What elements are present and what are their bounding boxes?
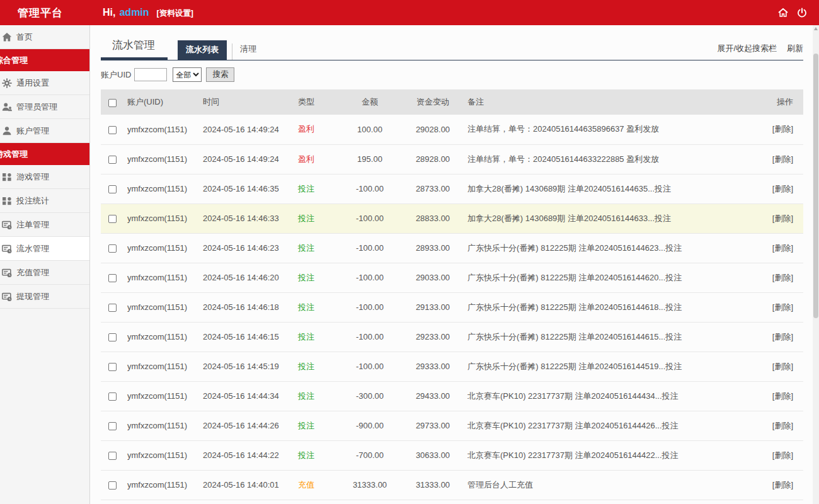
cell-time: 2024-05-16 14:44:22 bbox=[203, 440, 297, 470]
cell-time: 2024-05-16 14:45:19 bbox=[203, 352, 297, 381]
row-checkbox[interactable] bbox=[108, 452, 117, 460]
header-time: 时间 bbox=[203, 89, 297, 115]
toggle-search-link[interactable]: 展开/收起搜索栏 bbox=[717, 43, 777, 54]
cell-account: ymfxzcom(1151) bbox=[126, 411, 203, 440]
cell-balance: 29333.00 bbox=[401, 352, 464, 381]
cell-time: 2024-05-16 14:49:24 bbox=[203, 115, 297, 144]
users-grid-icon bbox=[2, 196, 13, 206]
delete-link[interactable]: [删除] bbox=[772, 362, 793, 371]
gear-icon bbox=[2, 78, 13, 88]
header-account: 账户(UID) bbox=[126, 89, 203, 115]
sidebar-item-general-settings[interactable]: 通用设置 bbox=[0, 71, 89, 95]
sidebar-item-order-management[interactable]: 注单管理 bbox=[0, 213, 89, 237]
user-greeting: Hi, admin [资料设置] bbox=[103, 7, 193, 19]
cell-amount: -300.00 bbox=[338, 381, 401, 411]
table-row: ymfxzcom(1151)2024-05-16 14:46:35投注-100.… bbox=[101, 174, 803, 203]
delete-link[interactable]: [删除] bbox=[772, 273, 793, 282]
scrollbar-up-arrow[interactable] bbox=[814, 27, 818, 30]
sidebar-item-bet-stats[interactable]: 投注统计 bbox=[0, 189, 89, 213]
cell-time: 2024-05-16 14:46:20 bbox=[203, 263, 297, 292]
cell-amount: -700.00 bbox=[338, 440, 401, 470]
row-checkbox[interactable] bbox=[108, 126, 117, 134]
sidebar-item-admin-management[interactable]: 管理员管理 bbox=[0, 95, 89, 119]
row-checkbox[interactable] bbox=[108, 156, 117, 164]
sidebar-section-general-section[interactable]: 综合管理 bbox=[0, 49, 89, 71]
table-row: ymfxzcom(1151)2024-05-16 14:46:33投注-100.… bbox=[101, 203, 803, 233]
sidebar-item-withdraw-management[interactable]: 提现管理 bbox=[0, 285, 89, 309]
delete-link[interactable]: [删除] bbox=[772, 124, 793, 134]
row-checkbox[interactable] bbox=[108, 274, 117, 282]
cell-type: 投注 bbox=[297, 263, 338, 292]
row-checkbox[interactable] bbox=[108, 215, 117, 223]
cell-type: 投注 bbox=[297, 174, 338, 203]
row-checkbox[interactable] bbox=[108, 481, 117, 490]
delete-link[interactable]: [删除] bbox=[772, 214, 793, 223]
cell-time: 2024-05-16 14:44:26 bbox=[203, 411, 297, 440]
sidebar-item-account-management[interactable]: 账户管理 bbox=[0, 119, 89, 143]
delete-link[interactable]: [删除] bbox=[772, 243, 793, 253]
sidebar-item-flow-management[interactable]: 流水管理 bbox=[0, 237, 89, 261]
top-header: 管理平台 Hi, admin [资料设置] bbox=[0, 0, 819, 25]
tab-flow-list[interactable]: 流水列表 bbox=[178, 40, 227, 60]
type-select[interactable]: 全部 bbox=[173, 67, 202, 82]
doc-clock-icon bbox=[2, 268, 13, 278]
sidebar-section-game-section[interactable]: 游戏管理 bbox=[0, 143, 89, 165]
row-checkbox[interactable] bbox=[108, 185, 117, 193]
doc-clock-icon bbox=[2, 244, 13, 254]
cell-account: ymfxzcom(1151) bbox=[126, 263, 203, 292]
scrollbar-thumb[interactable] bbox=[813, 54, 818, 318]
power-icon[interactable] bbox=[796, 7, 808, 18]
delete-link[interactable]: [删除] bbox=[772, 154, 793, 164]
row-checkbox[interactable] bbox=[108, 392, 117, 401]
cell-type: 充值 bbox=[297, 470, 338, 500]
cell-remark: 北京赛车(PK10) 22317737期 注单20240516144422...… bbox=[464, 440, 753, 470]
cell-balance: 30633.00 bbox=[401, 440, 464, 470]
table-row: ymfxzcom(1151)2024-05-16 14:40:01充值31333… bbox=[101, 470, 803, 500]
sidebar-item-label: 注单管理 bbox=[16, 219, 49, 231]
cell-account: ymfxzcom(1151) bbox=[126, 233, 203, 263]
cell-time: 2024-05-16 14:46:23 bbox=[203, 233, 297, 263]
row-checkbox[interactable] bbox=[108, 363, 117, 371]
home-icon[interactable] bbox=[777, 7, 789, 18]
delete-link[interactable]: [删除] bbox=[772, 302, 793, 312]
profile-settings-link[interactable]: [资料设置] bbox=[157, 8, 193, 19]
select-all-checkbox[interactable] bbox=[108, 99, 117, 107]
flow-table: 账户(UID) 时间 类型 金额 资金变动 备注 操作 ymfxzcom(115… bbox=[101, 89, 803, 500]
sidebar-item-home[interactable]: 首页 bbox=[0, 25, 89, 49]
row-checkbox[interactable] bbox=[108, 304, 117, 312]
table-row: ymfxzcom(1151)2024-05-16 14:49:24盈利195.0… bbox=[101, 144, 803, 174]
header-amount: 金额 bbox=[338, 89, 401, 115]
cell-balance: 28928.00 bbox=[401, 144, 464, 174]
cell-amount: -100.00 bbox=[338, 174, 401, 203]
doc-clock-icon bbox=[2, 220, 13, 230]
delete-link[interactable]: [删除] bbox=[772, 184, 793, 193]
cell-amount: -100.00 bbox=[338, 263, 401, 292]
uid-input[interactable] bbox=[134, 68, 167, 81]
row-checkbox[interactable] bbox=[108, 422, 117, 430]
cell-type: 投注 bbox=[297, 352, 338, 381]
row-checkbox[interactable] bbox=[108, 244, 117, 253]
cell-type: 投注 bbox=[297, 322, 338, 352]
sidebar-item-recharge-management[interactable]: 充值管理 bbox=[0, 261, 89, 285]
sidebar-item-label: 游戏管理 bbox=[16, 171, 49, 183]
delete-link[interactable]: [删除] bbox=[772, 332, 793, 341]
delete-link[interactable]: [删除] bbox=[772, 480, 793, 490]
scrollbar[interactable] bbox=[813, 25, 819, 504]
tab-clean[interactable]: 清理 bbox=[232, 43, 264, 60]
refresh-link[interactable]: 刷新 bbox=[787, 43, 803, 54]
cell-account: ymfxzcom(1151) bbox=[126, 292, 203, 322]
delete-link[interactable]: [删除] bbox=[772, 391, 793, 401]
sidebar: 首页综合管理通用设置管理员管理账户管理游戏管理游戏管理投注统计注单管理流水管理充… bbox=[0, 25, 90, 504]
cell-remark: 加拿大28(番摊) 1430689期 注单20240516144633...投注 bbox=[464, 203, 753, 233]
cell-amount: -900.00 bbox=[338, 411, 401, 440]
sidebar-item-game-management[interactable]: 游戏管理 bbox=[0, 165, 89, 189]
sidebar-item-label: 投注统计 bbox=[16, 195, 49, 207]
username[interactable]: admin bbox=[119, 7, 149, 18]
table-header-row: 账户(UID) 时间 类型 金额 资金变动 备注 操作 bbox=[101, 89, 803, 115]
search-button[interactable]: 搜索 bbox=[206, 67, 234, 82]
uid-label: 账户UID bbox=[101, 69, 131, 81]
delete-link[interactable]: [删除] bbox=[772, 450, 793, 460]
row-checkbox[interactable] bbox=[108, 333, 117, 341]
cell-account: ymfxzcom(1151) bbox=[126, 174, 203, 203]
delete-link[interactable]: [删除] bbox=[772, 421, 793, 430]
